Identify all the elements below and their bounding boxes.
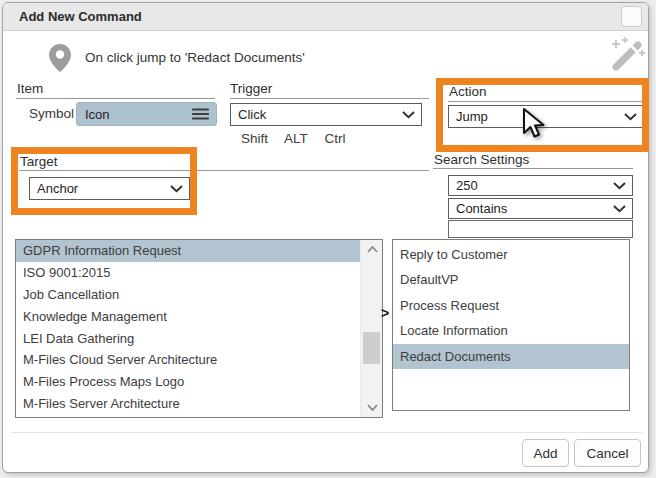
scroll-down-icon[interactable]: [361, 398, 383, 417]
list-item[interactable]: M-Files Process Maps Logo: [16, 371, 360, 393]
command-list-rows: Reply to CustomerDefaultVPProcess Reques…: [393, 240, 629, 410]
action-select-value: Jump: [456, 109, 488, 124]
source-listbox[interactable]: GDPR Information RequestISO 9001:2015Job…: [15, 239, 383, 418]
chevron-down-icon: [170, 185, 183, 193]
list-item[interactable]: Job Cancellation: [16, 284, 360, 306]
item-section-underline: [16, 98, 215, 99]
search-settings-underline: [433, 168, 633, 169]
result-limit-value: 250: [456, 178, 478, 193]
action-section-underline: [448, 101, 645, 102]
list-item[interactable]: GDPR Information Request: [16, 240, 360, 262]
target-section-underline: [19, 170, 429, 171]
list-item[interactable]: Redact Documents: [393, 344, 629, 369]
close-button[interactable]: [621, 6, 642, 27]
footer-separator: [11, 432, 642, 433]
list-item[interactable]: ISO 9001:2015: [16, 262, 360, 284]
chevron-down-icon: [402, 111, 415, 119]
scrollbar-thumb[interactable]: [363, 332, 380, 364]
scroll-up-icon[interactable]: [361, 240, 383, 259]
chevron-down-icon: [624, 113, 637, 121]
list-item[interactable]: DefaultVP: [393, 267, 629, 292]
search-settings-label: Search Settings: [434, 152, 529, 167]
search-query-input[interactable]: [448, 220, 633, 238]
add-button[interactable]: Add: [522, 439, 569, 467]
expand-arrow[interactable]: >: [381, 305, 389, 321]
modifier-alt[interactable]: ALT: [284, 131, 308, 146]
action-section-label: Action: [449, 84, 487, 99]
match-mode-value: Contains: [456, 201, 507, 216]
cancel-button[interactable]: Cancel: [574, 439, 641, 467]
modifier-ctrl[interactable]: Ctrl: [325, 131, 346, 146]
result-limit-select[interactable]: 250: [448, 175, 633, 196]
match-mode-select[interactable]: Contains: [448, 198, 633, 219]
trigger-select-value: Click: [238, 107, 266, 122]
dialog-title: Add New Command: [19, 3, 142, 31]
command-summary-text: On click jump to 'Redact Documents': [85, 50, 305, 65]
item-section-label: Item: [17, 81, 43, 96]
chevron-down-icon: [613, 182, 626, 190]
menu-icon: [192, 108, 209, 121]
modifier-keys: Shift ALT Ctrl: [241, 131, 359, 146]
list-item[interactable]: Knowledge Management: [16, 306, 360, 328]
title-bar: Add New Command: [3, 3, 648, 31]
magic-wand-icon[interactable]: [608, 36, 646, 76]
symbol-select[interactable]: Icon: [76, 102, 217, 126]
trigger-select[interactable]: Click: [230, 103, 422, 126]
add-new-command-dialog: Add New Command On click jump to 'Redact…: [2, 2, 649, 473]
target-select[interactable]: Anchor: [29, 177, 190, 200]
list-item[interactable]: Process Request: [393, 293, 629, 318]
list-item[interactable]: LEI Data Gathering: [16, 328, 360, 350]
trigger-section-label: Trigger: [230, 81, 272, 96]
symbol-label: Symbol: [29, 106, 74, 121]
list-item[interactable]: Locate Information: [393, 318, 629, 343]
trigger-section-underline: [230, 98, 429, 99]
list-item[interactable]: M-Files Cloud Server Architecture: [16, 349, 360, 371]
modifier-shift[interactable]: Shift: [241, 131, 268, 146]
command-listbox[interactable]: Reply to CustomerDefaultVPProcess Reques…: [392, 239, 630, 411]
source-list-scrollbar[interactable]: [360, 240, 382, 417]
target-select-value: Anchor: [37, 181, 78, 196]
list-item[interactable]: M-Files Server Architecture: [16, 393, 360, 415]
source-list-rows: GDPR Information RequestISO 9001:2015Job…: [16, 240, 360, 417]
chevron-down-icon: [613, 205, 626, 213]
list-item[interactable]: Reply to Customer: [393, 242, 629, 267]
symbol-select-value: Icon: [85, 107, 110, 122]
action-select[interactable]: Jump: [448, 105, 644, 128]
location-pin-icon: [48, 43, 72, 77]
target-section-label: Target: [20, 154, 58, 169]
